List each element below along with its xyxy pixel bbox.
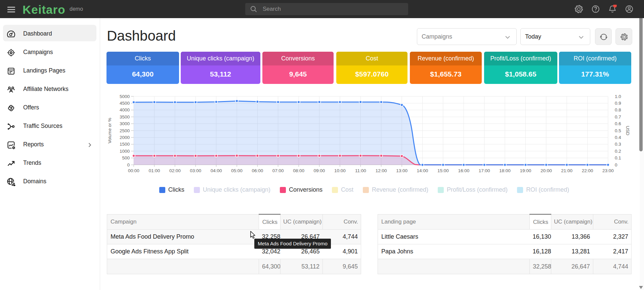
svg-text:0.4: 0.4 (615, 135, 621, 140)
svg-text:0.9: 0.9 (615, 101, 621, 106)
svg-text:20:00: 20:00 (541, 168, 552, 173)
svg-text:4500: 4500 (120, 101, 130, 106)
svg-text:USD: USD (625, 126, 630, 136)
svg-text:500: 500 (122, 155, 130, 160)
svg-text:19:00: 19:00 (520, 168, 531, 173)
svg-text:0.1: 0.1 (615, 155, 621, 160)
svg-text:0.2: 0.2 (615, 149, 621, 154)
svg-text:00:00: 00:00 (128, 168, 139, 173)
svg-text:22:00: 22:00 (582, 168, 593, 173)
svg-text:02:00: 02:00 (169, 168, 181, 173)
svg-text:0: 0 (615, 162, 617, 167)
svg-text:2000: 2000 (120, 135, 130, 140)
svg-text:1500: 1500 (120, 142, 130, 147)
svg-text:21:00: 21:00 (561, 168, 572, 173)
svg-text:0.3: 0.3 (615, 142, 621, 147)
svg-text:01:00: 01:00 (149, 168, 160, 173)
svg-text:09:00: 09:00 (314, 168, 325, 173)
svg-text:0.8: 0.8 (615, 107, 621, 112)
svg-text:06:00: 06:00 (252, 168, 263, 173)
svg-text:3000: 3000 (120, 121, 130, 126)
svg-text:08:00: 08:00 (293, 168, 304, 173)
svg-text:14:00: 14:00 (417, 168, 428, 173)
svg-text:0.6: 0.6 (615, 121, 621, 126)
svg-text:0: 0 (127, 162, 130, 167)
svg-text:17:00: 17:00 (479, 168, 490, 173)
svg-text:2500: 2500 (120, 128, 130, 133)
svg-text:4000: 4000 (120, 107, 130, 112)
svg-text:18:00: 18:00 (499, 168, 511, 173)
svg-text:1000: 1000 (120, 149, 130, 154)
svg-text:15:00: 15:00 (437, 168, 449, 173)
svg-text:Volume or %: Volume or % (107, 118, 112, 144)
svg-text:10:00: 10:00 (334, 168, 346, 173)
svg-text:0.7: 0.7 (615, 114, 621, 119)
svg-text:13:00: 13:00 (396, 168, 407, 173)
svg-text:05:00: 05:00 (231, 168, 243, 173)
svg-text:1.0: 1.0 (615, 94, 621, 99)
svg-text:23:00: 23:00 (602, 168, 614, 173)
svg-text:16:00: 16:00 (458, 168, 469, 173)
svg-text:0.5: 0.5 (615, 128, 621, 133)
svg-text:3500: 3500 (120, 114, 130, 119)
svg-text:03:00: 03:00 (190, 168, 201, 173)
svg-text:12:00: 12:00 (376, 168, 387, 173)
svg-text:5000: 5000 (120, 94, 130, 99)
svg-text:07:00: 07:00 (272, 168, 284, 173)
svg-text:04:00: 04:00 (211, 168, 222, 173)
svg-text:11:00: 11:00 (355, 168, 366, 173)
